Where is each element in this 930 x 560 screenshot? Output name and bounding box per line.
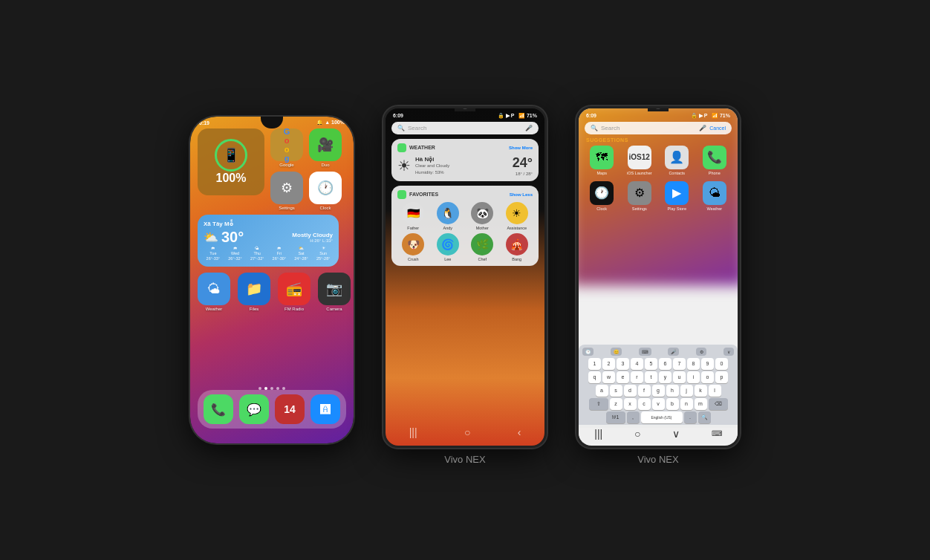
kb-s[interactable]: s	[610, 385, 622, 397]
fm-radio-app[interactable]: 📻 FM Radio	[278, 273, 310, 311]
kb-h[interactable]: h	[666, 385, 679, 397]
sugg-weather[interactable]: 🌤 Weather	[698, 181, 732, 211]
sugg-contacts-label: Contacts	[669, 171, 685, 175]
nav-home-3[interactable]: ○	[634, 428, 640, 440]
kb-t[interactable]: t	[645, 371, 657, 383]
search-bar-3[interactable]: 🔍 Search 🎤 Cancel	[585, 122, 732, 134]
nav-keyboard-3[interactable]: ⌨	[712, 429, 722, 437]
kb-r[interactable]: r	[631, 371, 643, 383]
kb-i[interactable]: i	[687, 371, 700, 383]
kb-0[interactable]: 0	[715, 358, 728, 370]
kb-backspace[interactable]: ⌫	[709, 398, 728, 410]
kb-a[interactable]: a	[596, 385, 608, 397]
nav-recents-3[interactable]: |||	[594, 428, 602, 440]
weather-app[interactable]: 🌤 Weather	[198, 273, 230, 311]
kb-u[interactable]: u	[673, 371, 686, 383]
kb-mic-key[interactable]: 🎤	[668, 348, 679, 356]
kb-space[interactable]: English (US)	[641, 411, 683, 423]
nav-recents[interactable]: |||	[409, 426, 417, 438]
kb-p[interactable]: p	[715, 371, 728, 383]
kb-period[interactable]: .	[684, 411, 697, 423]
sugg-contacts[interactable]: 👤 Contacts	[660, 146, 695, 175]
fav-assistance[interactable]: ☀ Assistance	[501, 202, 533, 230]
clock-app[interactable]: 🕐 Clock	[309, 172, 342, 210]
kb-d[interactable]: d	[624, 385, 637, 397]
search-bar-2[interactable]: 🔍 Search 🎤	[391, 122, 539, 134]
kb-5[interactable]: 5	[645, 358, 657, 370]
kb-4[interactable]: 4	[631, 358, 643, 370]
weather-range-2: 18° / 28°	[513, 171, 533, 177]
dock-messages[interactable]: 💬	[239, 394, 269, 424]
sugg-maps[interactable]: 🗺 Maps	[585, 146, 620, 175]
kb-c[interactable]: c	[638, 398, 651, 410]
kb-1[interactable]: 1	[588, 358, 601, 370]
kb-7[interactable]: 7	[673, 358, 686, 370]
kb-k[interactable]: k	[695, 385, 707, 397]
show-more-weather[interactable]: Show More	[509, 146, 533, 150]
duo-app[interactable]: 🎥 Duo	[309, 128, 342, 167]
kb-shift[interactable]: ⇧	[589, 398, 608, 410]
nav-home[interactable]: ○	[464, 426, 470, 438]
sugg-phone[interactable]: 📞 Phone	[698, 146, 732, 175]
nav-down-3[interactable]: ∨	[672, 428, 680, 440]
kb-search-key[interactable]: 🔍	[698, 411, 711, 423]
sugg-clock[interactable]: 🕐 Clock	[585, 181, 620, 211]
nav-back[interactable]: ‹	[518, 426, 521, 438]
kb-3[interactable]: 3	[617, 358, 629, 370]
show-less-favorites[interactable]: Show Less	[510, 192, 533, 197]
files-app[interactable]: 📁 Files	[238, 273, 270, 311]
kb-e[interactable]: e	[617, 371, 629, 383]
kb-b[interactable]: b	[666, 398, 679, 410]
kb-x[interactable]: x	[624, 398, 637, 410]
kb-8[interactable]: 8	[687, 358, 700, 370]
kb-gear-key[interactable]: ⚙	[696, 348, 706, 356]
kb-2[interactable]: 2	[602, 358, 615, 370]
kb-j[interactable]: j	[680, 385, 693, 397]
kb-g[interactable]: g	[652, 385, 665, 397]
search-icon-3: 🔍	[591, 125, 598, 131]
kb-l[interactable]: l	[709, 385, 721, 397]
kb-z[interactable]: z	[610, 398, 622, 410]
dock-appstore[interactable]: 🅰	[310, 394, 340, 424]
camera-app[interactable]: 📷 Camera	[318, 273, 351, 311]
kb-9[interactable]: 9	[701, 358, 714, 370]
kb-special-chars[interactable]: !#1	[606, 411, 625, 423]
google-app[interactable]: Goog Google	[270, 128, 303, 167]
fm-radio-label: FM Radio	[284, 307, 304, 311]
sugg-settings[interactable]: ⚙ Settings	[622, 181, 657, 211]
weather-temp-2: 24°	[513, 155, 533, 171]
fav-crush[interactable]: 🐶 Crush	[397, 233, 429, 261]
phone-2-label: Vivo NEX	[444, 454, 485, 465]
dock-14[interactable]: 14	[275, 394, 305, 424]
kb-o[interactable]: o	[701, 371, 714, 383]
kb-clock-key[interactable]: 🕐	[582, 348, 594, 356]
kb-n[interactable]: n	[680, 398, 693, 410]
kb-v[interactable]: v	[652, 398, 665, 410]
kb-y[interactable]: y	[659, 371, 672, 383]
phone-1: 0:19 🔔 ▲ 100% 📱 100% Goo	[190, 117, 354, 443]
kb-lang-key[interactable]: ⌨	[639, 348, 651, 356]
cancel-button[interactable]: Cancel	[709, 126, 726, 131]
fav-andy[interactable]: 🐧 Andy	[432, 202, 464, 230]
fav-bang[interactable]: 🎪 Bang	[501, 233, 533, 261]
fav-lee[interactable]: 🌀 Lee	[432, 233, 464, 261]
fav-chef[interactable]: 🌿 Chef	[466, 233, 498, 261]
kb-emoji-key[interactable]: 😊	[611, 348, 622, 356]
kb-down-key[interactable]: ∨	[723, 348, 734, 356]
sugg-ios-launcher[interactable]: iOS12 iOS Launcher	[622, 146, 657, 175]
kb-q[interactable]: q	[588, 371, 601, 383]
kb-w[interactable]: w	[602, 371, 615, 383]
kb-comma[interactable]: ,	[627, 411, 640, 423]
suggestions-row-2: 🕐 Clock ⚙ Settings ▶ Play Store 🌤 Weathe…	[579, 181, 738, 214]
settings-app[interactable]: ⚙ Settings	[270, 172, 303, 210]
kb-6[interactable]: 6	[659, 358, 672, 370]
fav-mother[interactable]: 🐼 Mother	[466, 202, 498, 230]
sugg-play-store[interactable]: ▶ Play Store	[660, 181, 695, 211]
kb-asdf-row: a s d f g h j k l	[581, 385, 735, 397]
sugg-clock-label: Clock	[596, 206, 607, 211]
kb-f[interactable]: f	[638, 385, 651, 397]
kb-m[interactable]: m	[695, 398, 707, 410]
phone-2-wrapper: 6:09 🔒 ▶ P 📶 71% 🔍 Search 🎤 WEATHER Show…	[383, 96, 547, 465]
fav-father[interactable]: 🇩🇪 Father	[397, 202, 429, 230]
dock-phone[interactable]: 📞	[204, 394, 233, 424]
